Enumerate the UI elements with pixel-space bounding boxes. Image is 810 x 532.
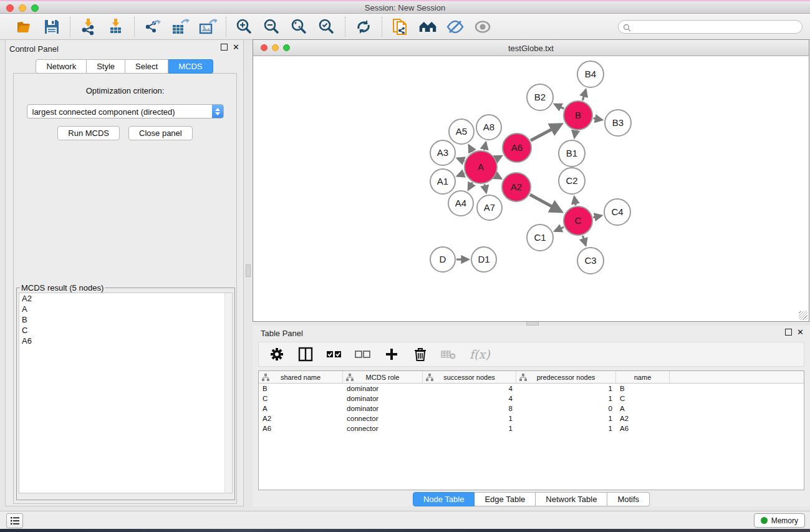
criterion-dropdown[interactable]: largest connected component (directed) xyxy=(27,104,224,118)
tab-style[interactable]: Style xyxy=(87,59,125,74)
table-cell[interactable]: 1 xyxy=(516,395,616,402)
graph-edge-A6-B[interactable] xyxy=(531,125,561,141)
table-cell[interactable]: 1 xyxy=(516,425,616,432)
import-network-icon[interactable] xyxy=(79,17,98,36)
table-row[interactable]: A6connector11A6 xyxy=(259,423,804,433)
duplicate-network-icon[interactable] xyxy=(391,17,410,36)
graph-edge-C-C1[interactable] xyxy=(555,227,564,231)
table-row[interactable]: Cdominator41C xyxy=(259,394,804,404)
table-cell[interactable]: 1 xyxy=(423,415,516,422)
table-cell[interactable]: dominator xyxy=(343,385,423,392)
mcds-result-list[interactable]: A2ABCA6 xyxy=(19,293,233,493)
save-session-icon[interactable] xyxy=(42,17,61,36)
search-input[interactable] xyxy=(618,20,803,34)
table-settings-gear-icon[interactable] xyxy=(269,346,285,362)
table-cell[interactable]: 1 xyxy=(516,385,616,392)
table-cell[interactable]: A xyxy=(259,405,343,412)
zoom-selected-icon[interactable] xyxy=(317,17,336,36)
graph-edge-A-A7[interactable] xyxy=(485,184,486,192)
refresh-icon[interactable] xyxy=(354,17,373,36)
memory-button[interactable]: Memory xyxy=(754,513,805,528)
tab-network[interactable]: Network xyxy=(36,59,87,74)
table-cell[interactable]: dominator xyxy=(343,405,423,412)
tab-mcds[interactable]: MCDS xyxy=(168,59,213,74)
table-cell[interactable]: B xyxy=(259,385,343,392)
zoom-fit-icon[interactable] xyxy=(290,17,309,36)
graph-edge-C-C3[interactable] xyxy=(582,236,586,245)
column-header-MCDS-role[interactable]: MCDS role xyxy=(343,371,423,383)
houses-icon[interactable] xyxy=(418,17,437,36)
run-mcds-button[interactable]: Run MCDS xyxy=(57,126,120,140)
result-list-item[interactable]: A6 xyxy=(19,336,232,346)
graph-edge-A-A3[interactable] xyxy=(458,158,465,161)
float-panel-icon[interactable] xyxy=(221,44,228,51)
network-canvas[interactable]: B4B2BB3A5A8A6A3B1AA1C2A2A4A7C4CC1C3DD1 xyxy=(253,56,809,321)
table-cell[interactable]: A6 xyxy=(616,425,670,432)
table-row[interactable]: Bdominator41B xyxy=(259,384,804,394)
task-history-button[interactable] xyxy=(6,513,23,528)
table-cell[interactable]: 1 xyxy=(423,425,516,432)
graph-edge-C-C2[interactable] xyxy=(574,197,576,205)
graph-edge-B-B4[interactable] xyxy=(582,90,586,100)
close-panel-icon[interactable]: ✕ xyxy=(233,44,239,51)
table-cell[interactable]: 1 xyxy=(516,415,616,422)
vertical-splitter-handle[interactable] xyxy=(246,264,251,277)
network-graph[interactable]: B4B2BB3A5A8A6A3B1AA1C2A2A4A7C4CC1C3DD1 xyxy=(253,56,809,321)
graph-edge-C-C4[interactable] xyxy=(593,216,601,218)
window-resize-grip[interactable] xyxy=(799,311,808,320)
export-network-icon[interactable] xyxy=(143,17,162,36)
close-panel-button[interactable]: Close panel xyxy=(128,126,193,140)
result-list-item[interactable]: B xyxy=(19,314,232,325)
graph-edge-A2-C[interactable] xyxy=(530,195,561,211)
import-table-icon[interactable] xyxy=(107,17,125,36)
unselect-all-columns-icon[interactable] xyxy=(355,346,371,362)
select-all-columns-icon[interactable] xyxy=(326,346,342,362)
export-image-icon[interactable] xyxy=(198,17,217,36)
tab-node-table[interactable]: Node Table xyxy=(413,492,475,506)
graph-edge-B-B2[interactable] xyxy=(555,104,564,109)
table-cell[interactable]: 4 xyxy=(423,385,516,392)
table-cell[interactable]: 0 xyxy=(516,405,616,412)
graph-edge-A-A2[interactable] xyxy=(496,176,501,179)
hide-graphics-details-icon[interactable] xyxy=(446,17,465,36)
table-cell[interactable]: B xyxy=(616,385,670,392)
show-graphics-details-icon[interactable] xyxy=(473,17,492,36)
column-header-predecessor-nodes[interactable]: predecessor nodes xyxy=(516,371,616,383)
tab-select[interactable]: Select xyxy=(125,59,168,74)
table-cell[interactable]: dominator xyxy=(343,395,423,402)
table-row[interactable]: Adominator80A xyxy=(259,404,804,414)
close-table-panel-icon[interactable]: ✕ xyxy=(797,329,804,336)
graph-edge-A-A8[interactable] xyxy=(485,143,486,150)
delete-column-icon[interactable] xyxy=(412,346,428,362)
table-cell[interactable]: A2 xyxy=(616,415,670,422)
graph-edge-A-A5[interactable] xyxy=(469,145,473,152)
tab-motifs[interactable]: Motifs xyxy=(607,492,650,506)
create-column-icon[interactable] xyxy=(383,346,400,362)
result-list-scrollbar[interactable] xyxy=(224,293,232,493)
graph-edge-B-B3[interactable] xyxy=(594,118,602,120)
zoom-out-icon[interactable] xyxy=(263,17,281,36)
function-builder-icon[interactable]: f(x) xyxy=(470,347,490,361)
table-cell[interactable]: 8 xyxy=(423,405,516,412)
node-table[interactable]: shared nameMCDS rolesuccessor nodesprede… xyxy=(258,370,804,490)
export-table-icon[interactable] xyxy=(171,17,190,36)
network-window-titlebar[interactable]: testGlobe.txt xyxy=(253,40,809,56)
graph-edge-A-A4[interactable] xyxy=(468,183,472,190)
table-cell[interactable]: A6 xyxy=(259,425,343,432)
column-header-successor-nodes[interactable]: successor nodes xyxy=(423,371,516,383)
column-header-name[interactable]: name xyxy=(616,371,670,383)
table-cell[interactable]: connector xyxy=(343,415,423,422)
horizontal-splitter-handle[interactable] xyxy=(526,321,539,326)
delete-table-icon[interactable] xyxy=(441,346,457,362)
table-row[interactable]: A2connector11A2 xyxy=(259,414,804,423)
column-header-shared-name[interactable]: shared name xyxy=(259,371,343,383)
zoom-in-icon[interactable] xyxy=(235,17,254,36)
tab-network-table[interactable]: Network Table xyxy=(536,492,607,506)
open-session-icon[interactable] xyxy=(15,17,34,36)
graph-edge-A-A1[interactable] xyxy=(458,173,465,176)
table-cell[interactable]: C xyxy=(616,395,670,402)
float-table-panel-icon[interactable] xyxy=(785,329,792,336)
show-column-icon[interactable] xyxy=(297,346,314,362)
table-cell[interactable]: A xyxy=(616,405,670,412)
result-list-item[interactable]: C xyxy=(19,325,232,336)
